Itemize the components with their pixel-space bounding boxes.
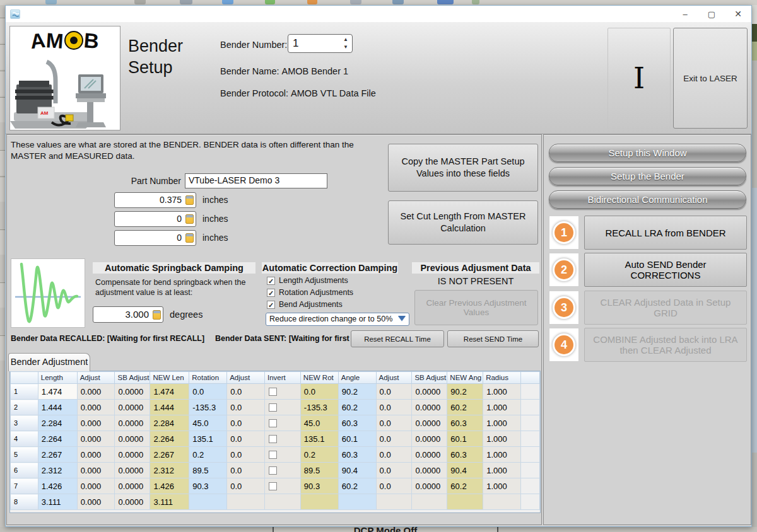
grid-cell-rot_adjust[interactable]: 0.0 [227,463,265,478]
grid-cell-new_ang[interactable]: 90.2 [447,384,483,400]
grid-cell-new_ang[interactable]: 60.3 [447,447,483,463]
reset-send-time-button[interactable]: Reset SEND Time [447,330,539,347]
clear-adjusted-data-button[interactable]: CLEAR Adjusted Data in Setup GRID [584,291,747,325]
setup-the-bender-button[interactable]: Setup the Bender [549,167,746,185]
grid-cell-angle[interactable]: 60.2 [338,400,376,415]
invert-cell[interactable] [265,494,301,510]
grid-row-header[interactable]: 1 [11,384,38,400]
reset-recall-time-button[interactable]: Reset RECALL Time [351,330,444,347]
grid-cell-new_ang[interactable]: 90.4 [447,463,483,478]
grid-cell-length[interactable]: 2.284 [38,415,77,431]
grid-cell-new_len[interactable]: 1.474 [150,384,189,400]
grid-cell-radius[interactable]: 1.000 [483,431,521,447]
grid-cell-sb_adjust[interactable]: 0.0000 [115,447,150,463]
grid-cell-radius[interactable]: 1.000 [483,384,521,400]
checkbox-checked-icon[interactable]: ✓ [267,301,275,309]
bidirectional-communication-button[interactable]: Bidirectional Communication [549,190,746,209]
grid-cell-radius[interactable]: 1.000 [483,400,521,415]
grid-cell-ang_adjust[interactable]: 0.0 [376,400,412,415]
grid-cell-rotation[interactable]: 0.2 [189,447,227,463]
grid-cell-ang_sb_adjust[interactable] [412,494,447,510]
grid-cell-length[interactable]: 3.111 [38,494,77,510]
grid-cell-adjust[interactable]: 0.000 [77,478,115,494]
invert-checkbox[interactable] [269,419,277,427]
grid-cell-sb_adjust[interactable]: 0.0000 [115,478,150,494]
spinner-down-icon[interactable]: ▼ [343,43,348,51]
copy-master-values-button[interactable]: Copy the MASTER Part Setup Values into t… [388,144,538,192]
grid-cell-length[interactable]: 1.474 [38,384,77,400]
grid-cell-length[interactable]: 2.267 [38,447,77,463]
invert-cell[interactable] [265,384,301,400]
grid-cell-new_len[interactable]: 2.284 [150,415,189,431]
springback-threshold-input[interactable]: 3.000 [93,306,163,323]
grid-cell-new_ang[interactable]: 60.1 [447,431,483,447]
grid-cell-rot_adjust[interactable]: 0.0 [227,447,265,463]
grid-cell-new_rot[interactable]: -135.3 [300,400,338,415]
grid-cell-new_len[interactable]: 1.444 [150,400,189,415]
spinner-up-icon[interactable]: ▲ [343,36,348,43]
close-button[interactable]: ✕ [725,6,751,22]
grid-column-header[interactable]: Length [38,372,77,384]
calculator-icon[interactable] [153,310,161,320]
grid-row-header[interactable]: 4 [11,431,38,447]
grid-cell-length[interactable]: 1.426 [38,478,77,494]
grid-cell-ang_sb_adjust[interactable]: 0.0000 [412,463,447,478]
grid-cell-ang_sb_adjust[interactable]: 0.0000 [412,415,447,431]
grid-cell-sb_adjust[interactable]: 0.0000 [115,431,150,447]
grid-column-header[interactable]: NEW Ang [447,372,483,384]
grid-cell-ang_sb_adjust[interactable]: 0.0000 [412,431,447,447]
grid-column-header[interactable]: Adjust [227,372,265,384]
invert-cell[interactable] [265,415,301,431]
grid-cell-new_len[interactable]: 2.267 [150,447,189,463]
setup-this-window-button[interactable]: Setup this Window [549,144,746,162]
grid-cell-radius[interactable]: 1.000 [483,463,521,478]
grid-cell-new_ang[interactable]: 60.2 [447,478,483,494]
grid-cell-rotation[interactable]: 89.5 [189,463,227,478]
bend-adjustments-checkbox-row[interactable]: ✓ Bend Adjustments [267,300,343,309]
grid-cell-length[interactable]: 2.312 [38,463,77,478]
grid-cell-angle[interactable]: 60.3 [338,447,376,463]
grid-column-header[interactable]: NEW Rot [300,372,338,384]
grid-cell-ang_adjust[interactable]: 0.0 [376,447,412,463]
grid-cell-angle[interactable]: 90.4 [338,463,376,478]
part-number-input[interactable]: VTube-LASER Demo 3 [185,173,327,188]
grid-cell-length[interactable]: 2.264 [38,431,77,447]
grid-cell-new_ang[interactable]: 60.2 [447,400,483,415]
grid-cell-adjust[interactable]: 0.000 [77,400,115,415]
checkbox-checked-icon[interactable]: ✓ [267,289,275,297]
grid-cell-ang_adjust[interactable]: 0.0 [376,478,412,494]
grid-cell-rotation[interactable]: 90.3 [189,478,227,494]
grid-column-header[interactable]: Invert [265,372,301,384]
cursor-panel[interactable]: I [607,28,671,129]
invert-cell[interactable] [265,478,301,494]
minimize-button[interactable]: – [672,6,698,22]
combine-adjusted-button[interactable]: COMBINE Adjusted back into LRA then CLEA… [584,328,747,362]
grid-row-header[interactable]: 7 [11,478,38,494]
grid-cell-ang_adjust[interactable]: 0.0 [376,431,412,447]
grid-cell-ang_sb_adjust[interactable]: 0.0000 [412,447,447,463]
grid-cell-new_len[interactable]: 2.312 [150,463,189,478]
grid-cell-adjust[interactable]: 0.000 [77,494,115,510]
grid-cell-rot_adjust[interactable]: 0.0 [227,415,265,431]
grid-cell-new_rot[interactable]: 0.2 [300,447,338,463]
grid-cell-ang_adjust[interactable]: 0.0 [376,415,412,431]
grid-cell-new_rot[interactable]: 45.0 [300,415,338,431]
invert-checkbox[interactable] [269,435,277,443]
grid-cell-angle[interactable] [338,494,376,510]
grid-cell-new_rot[interactable]: 89.5 [300,463,338,478]
calculator-icon[interactable] [185,233,194,243]
grid-cell-new_len[interactable]: 3.111 [150,494,189,510]
grid-cell-radius[interactable] [483,494,521,510]
grid-cell-new_rot[interactable]: 0.0 [300,384,338,400]
exit-to-laser-button[interactable]: Exit to LASER [673,28,748,129]
invert-checkbox[interactable] [269,466,277,475]
invert-cell[interactable] [265,447,301,463]
wall-input[interactable]: 0 [114,211,196,227]
grid-row-header[interactable]: 6 [11,463,38,478]
grid-cell-ang_sb_adjust[interactable]: 0.0000 [412,384,447,400]
grid-cell-length[interactable]: 1.444 [38,400,77,415]
grid-cell-rot_adjust[interactable]: 0.0 [227,384,265,400]
bender-number-spinner[interactable]: 1 ▲ ▼ [288,34,353,53]
set-cut-length-button[interactable]: Set Cut Length From MASTER Calculation [388,200,538,245]
grid-cell-angle[interactable]: 90.2 [338,384,376,400]
